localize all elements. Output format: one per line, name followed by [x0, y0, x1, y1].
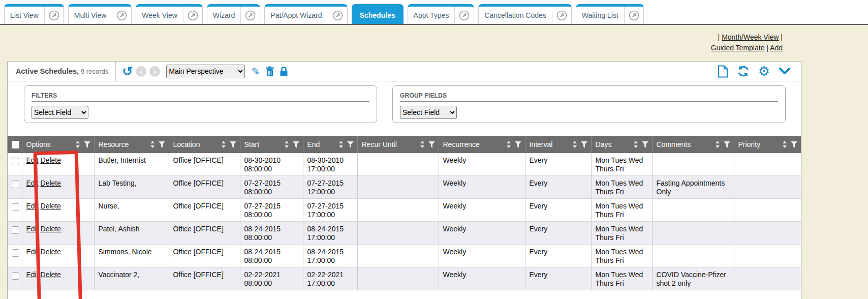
column-header-location[interactable]: Location — [169, 136, 240, 153]
tab-appt-types[interactable]: Appt Types — [408, 4, 475, 24]
filter-funnel-icon[interactable] — [723, 141, 731, 148]
row-checkbox[interactable] — [12, 158, 19, 165]
delete-link[interactable]: Delete — [41, 179, 61, 187]
popout-icon[interactable] — [241, 10, 260, 21]
tab-pat-appt-wizard[interactable]: Pat/Appt Wizard — [264, 4, 347, 24]
delete-perspective-trash-icon[interactable] — [265, 66, 274, 77]
filter-funnel-icon[interactable] — [229, 141, 237, 148]
delete-link[interactable]: Delete — [41, 271, 61, 279]
popout-icon[interactable] — [183, 10, 202, 21]
popout-icon[interactable] — [112, 10, 131, 21]
comments-cell — [652, 222, 734, 245]
edit-perspective-pencil-icon[interactable]: ✎ — [251, 66, 260, 77]
tab-wizard[interactable]: Wizard — [207, 4, 261, 24]
tab-list-view[interactable]: List View — [4, 4, 64, 24]
popout-icon[interactable] — [455, 10, 474, 21]
tab-label: Appt Types — [408, 11, 455, 19]
column-header-recurrence[interactable]: Recurrence — [439, 136, 525, 153]
sort-icon[interactable] — [420, 140, 425, 148]
sort-icon[interactable] — [633, 140, 638, 148]
days-cell: Mon Tues Wed Thurs Fri — [591, 153, 652, 176]
edit-link[interactable]: Edit — [26, 225, 39, 233]
sort-icon[interactable] — [506, 140, 511, 148]
row-checkbox[interactable] — [12, 181, 19, 188]
filter-funnel-icon[interactable] — [83, 141, 91, 148]
refresh-icon[interactable] — [737, 65, 750, 77]
row-checkbox[interactable] — [12, 272, 19, 280]
edit-link[interactable]: Edit — [26, 202, 39, 210]
sort-icon[interactable] — [221, 140, 226, 148]
resource-cell: Lab Testing, — [94, 176, 169, 199]
filter-funnel-icon[interactable] — [790, 141, 798, 148]
edit-link[interactable]: Edit — [26, 248, 39, 256]
column-label: Options — [26, 140, 51, 148]
tab-waiting-list[interactable]: Waiting List — [576, 4, 644, 24]
interval-cell: Every — [525, 199, 591, 222]
tab-schedules[interactable]: Schedules — [352, 4, 404, 24]
filter-funnel-icon[interactable] — [428, 141, 436, 148]
month-week-view-link[interactable]: Month/Week View — [722, 33, 779, 41]
table-header-row: Options Resource Location Start End Recu… — [8, 136, 801, 153]
column-header-days[interactable]: Days — [591, 136, 652, 153]
column-header-comments[interactable]: Comments — [652, 136, 734, 153]
column-header-priority[interactable]: Priority — [734, 136, 801, 153]
days-cell: Mon Tues Wed Thurs Fri — [591, 199, 652, 222]
row-checkbox[interactable] — [12, 226, 19, 234]
comments-cell: COVID Vaccine-Pfizer shot 2 only — [652, 267, 734, 290]
schedules-page: List View Multi View Week View Wizard — [0, 0, 868, 299]
lock-perspective-icon[interactable] — [280, 66, 288, 77]
filter-funnel-icon[interactable] — [514, 141, 522, 148]
popout-icon[interactable] — [625, 10, 643, 21]
new-document-icon[interactable] — [718, 65, 728, 78]
sort-icon[interactable] — [782, 140, 787, 148]
collapse-chevron-icon[interactable] — [779, 67, 791, 75]
sort-icon[interactable] — [715, 140, 720, 148]
column-header-interval[interactable]: Interval — [525, 136, 591, 153]
sort-icon[interactable] — [284, 140, 289, 148]
filter-funnel-icon[interactable] — [580, 141, 588, 148]
edit-link[interactable]: Edit — [26, 156, 39, 164]
filters-row: FILTERS Select Field GROUP FIELDS Select… — [24, 85, 786, 123]
popout-icon[interactable] — [328, 10, 347, 21]
column-header-options[interactable]: Options — [22, 136, 94, 153]
guided-template-link[interactable]: Guided Template — [711, 44, 765, 52]
row-checkbox[interactable] — [12, 203, 19, 211]
column-header-recur-until[interactable]: Recur Until — [357, 136, 439, 153]
priority-cell — [734, 267, 801, 290]
column-header-start[interactable]: Start — [240, 136, 303, 153]
sort-icon[interactable] — [338, 140, 344, 148]
edit-link[interactable]: Edit — [26, 271, 39, 279]
tab-multi-view[interactable]: Multi View — [68, 4, 132, 24]
filter-funnel-icon[interactable] — [292, 141, 300, 148]
popout-icon[interactable] — [45, 10, 64, 21]
delete-link[interactable]: Delete — [41, 248, 61, 256]
group-fields-select-field[interactable]: Select Field — [400, 106, 457, 119]
filter-funnel-icon[interactable] — [641, 141, 649, 148]
next-perspective-icon[interactable]: › — [149, 66, 160, 77]
tab-week-view[interactable]: Week View — [136, 4, 203, 24]
filters-select-field[interactable]: Select Field — [32, 106, 88, 119]
edit-link[interactable]: Edit — [26, 179, 39, 187]
column-header-end[interactable]: End — [303, 136, 357, 153]
sort-icon[interactable] — [150, 140, 155, 148]
delete-link[interactable]: Delete — [41, 202, 61, 210]
filter-funnel-icon[interactable] — [347, 141, 354, 148]
settings-gear-icon[interactable]: ⚙ — [758, 66, 770, 77]
column-header-resource[interactable]: Resource — [94, 136, 169, 153]
popout-icon[interactable] — [552, 10, 571, 21]
perspective-select[interactable]: Main Perspective — [166, 65, 245, 78]
delete-link[interactable]: Delete — [41, 156, 61, 164]
delete-link[interactable]: Delete — [41, 225, 61, 233]
tab-cancellation-codes[interactable]: Cancellation Codes — [478, 4, 571, 24]
location-cell: Office [OFFICE] — [169, 153, 240, 176]
sort-icon[interactable] — [75, 140, 80, 148]
add-link[interactable]: Add — [770, 44, 783, 52]
filter-funnel-icon[interactable] — [158, 141, 166, 148]
prev-perspective-icon[interactable]: ‹ — [136, 66, 146, 77]
column-label: Recur Until — [362, 140, 397, 148]
undo-icon[interactable]: ↺ — [122, 66, 133, 77]
recur-until-cell — [357, 222, 439, 245]
sort-icon[interactable] — [572, 140, 577, 148]
select-all-checkbox[interactable] — [12, 141, 19, 148]
row-checkbox[interactable] — [12, 249, 19, 257]
